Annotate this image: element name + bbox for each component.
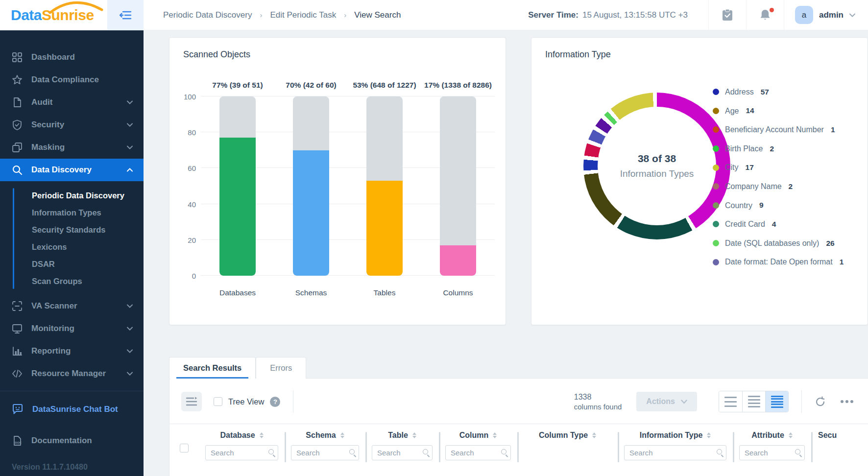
bar-value-label: 77% (39 of 51): [212, 81, 263, 90]
legend-dot: [713, 145, 719, 152]
sidebar-item-data-compliance[interactable]: Data Compliance: [0, 69, 144, 91]
indent-lines-icon: [185, 397, 198, 406]
sidebar-item-reporting[interactable]: Reporting: [0, 340, 144, 362]
search-icon: [12, 165, 23, 175]
legend-item-company-name[interactable]: Company Name2: [713, 181, 866, 192]
sidebar-subitem-security-standards[interactable]: Security Standards: [0, 221, 144, 238]
column-header-column-type: Column Type: [517, 430, 618, 466]
breadcrumb-edit-periodic-task[interactable]: Edit Periodic Task: [270, 10, 336, 20]
density-dense-button[interactable]: [765, 391, 788, 412]
legend-item-date-format[interactable]: Date format: Date Open format1: [713, 257, 866, 267]
density-medium-button[interactable]: [742, 391, 765, 412]
app-logo[interactable]: DataSunrise: [0, 0, 107, 30]
sidebar-subitem-information-types[interactable]: Information Types: [0, 204, 144, 221]
breadcrumb-periodic-data-discovery[interactable]: Periodic Data Discovery: [163, 10, 252, 20]
sidebar-item-security[interactable]: Security: [0, 114, 144, 136]
svg-text:DOC: DOC: [15, 441, 22, 444]
tasks-button[interactable]: [708, 0, 746, 30]
tab-search-results[interactable]: Search Results: [169, 357, 256, 379]
legend-item-beneficiary-account-number[interactable]: Beneficiary Account Number1: [713, 124, 866, 135]
sort-column[interactable]: Column: [439, 431, 517, 440]
bar-category-label: Schemas: [295, 288, 327, 297]
refresh-button[interactable]: [815, 396, 826, 407]
legend-dot: [713, 240, 719, 246]
shield-check-icon: [12, 119, 23, 130]
sort-table[interactable]: Table: [365, 431, 439, 440]
server-time-label: Server Time:: [528, 10, 579, 20]
column-header-security-standard: Secu: [811, 430, 868, 466]
five-lines-icon: [771, 396, 783, 408]
search-icon: [268, 449, 274, 454]
actions-button[interactable]: Actions: [636, 392, 697, 411]
bar-track: [440, 96, 476, 276]
sidebar-item-label: Resource Manager: [31, 369, 106, 379]
column-header-information-type: Information Type: [618, 430, 733, 466]
legend-value: 1: [840, 258, 844, 266]
sort-icon[interactable]: [707, 432, 711, 438]
tree-view-label: Tree View: [228, 397, 264, 406]
sidebar-item-resource-manager[interactable]: Resource Manager: [0, 362, 144, 385]
legend-label: Age: [725, 106, 739, 117]
sort-attribute[interactable]: Attribute: [733, 431, 811, 440]
tree-view-checkbox[interactable]: [214, 397, 222, 406]
column-label: Column: [459, 431, 489, 440]
select-all-checkbox[interactable]: [180, 444, 189, 452]
sort-icon[interactable]: [592, 432, 596, 438]
sidebar-item-data-discovery[interactable]: Data Discovery: [0, 159, 144, 181]
sidebar-item-documentation[interactable]: DOC Documentation: [0, 429, 144, 452]
legend-value: 14: [746, 106, 754, 115]
user-menu[interactable]: a admin: [784, 0, 868, 30]
legend-item-age[interactable]: Age14: [713, 106, 866, 117]
legend-item-address[interactable]: Address57: [713, 87, 866, 97]
sidebar-item-monitoring[interactable]: Monitoring: [0, 317, 144, 340]
legend-item-country[interactable]: Country9: [713, 200, 866, 211]
legend-item-date-sql[interactable]: Date (SQL databases only)26: [713, 238, 866, 249]
legend-dot: [713, 221, 719, 227]
information-type-panel: Information Type 38 of 38 Information Ty…: [531, 37, 868, 325]
sort-icon[interactable]: [340, 432, 344, 438]
row-density-toggle: [719, 391, 789, 412]
legend-dot: [713, 89, 719, 95]
notifications-button[interactable]: [746, 0, 784, 30]
density-loose-button[interactable]: [719, 391, 742, 412]
legend-item-credit-card[interactable]: Credit Card4: [713, 219, 866, 230]
sidebar-subitem-dsar[interactable]: DSAR: [0, 256, 144, 273]
sort-security-standard[interactable]: Secu: [811, 431, 868, 440]
column-header-table: Table: [365, 430, 439, 466]
sidebar-item-va-scanner[interactable]: VA Scanner: [0, 295, 144, 317]
legend-item-city[interactable]: City17: [713, 162, 866, 173]
legend-value: 2: [789, 182, 793, 191]
help-icon[interactable]: ?: [270, 397, 280, 407]
sidebar-subitem-scan-groups[interactable]: Scan Groups: [0, 273, 144, 290]
tab-errors[interactable]: Errors: [256, 357, 306, 379]
search-icon: [795, 449, 800, 454]
sort-database[interactable]: Database: [199, 431, 285, 440]
sidebar-item-audit[interactable]: Audit: [0, 91, 144, 114]
sidebar-subitem-lexicons[interactable]: Lexicons: [0, 238, 144, 256]
document-icon: [12, 97, 23, 108]
more-options-button[interactable]: [840, 397, 854, 406]
sidebar-collapse-button[interactable]: [107, 0, 144, 30]
sidebar-subitem-periodic-data-discovery[interactable]: Periodic Data Discovery: [0, 187, 144, 204]
database-search-input[interactable]: [205, 445, 278, 460]
sort-information-type[interactable]: Information Type: [618, 431, 733, 440]
expand-columns-button[interactable]: [181, 392, 202, 411]
sort-icon[interactable]: [412, 432, 416, 438]
sort-icon[interactable]: [493, 432, 497, 438]
legend-item-birth-place[interactable]: Birth Place2: [713, 143, 866, 154]
sort-schema[interactable]: Schema: [285, 431, 365, 440]
legend-value: 9: [759, 201, 764, 210]
column-header-attribute: Attribute: [733, 430, 811, 466]
column-label: Table: [388, 431, 408, 440]
legend-dot: [713, 259, 719, 265]
sidebar-item-chatbot[interactable]: DataSunrise Chat Bot: [0, 398, 144, 421]
sidebar-item-masking[interactable]: Masking: [0, 136, 144, 159]
sidebar-item-dashboard[interactable]: Dashboard: [0, 46, 144, 69]
sort-icon[interactable]: [789, 432, 793, 438]
sort-icon[interactable]: [260, 432, 264, 438]
y-axis-tick: 40: [188, 200, 196, 209]
schema-search-input[interactable]: [291, 445, 359, 460]
sort-column-type[interactable]: Column Type: [517, 431, 618, 440]
y-axis-tick: 0: [192, 272, 196, 280]
information-type-search-input[interactable]: [624, 445, 726, 460]
